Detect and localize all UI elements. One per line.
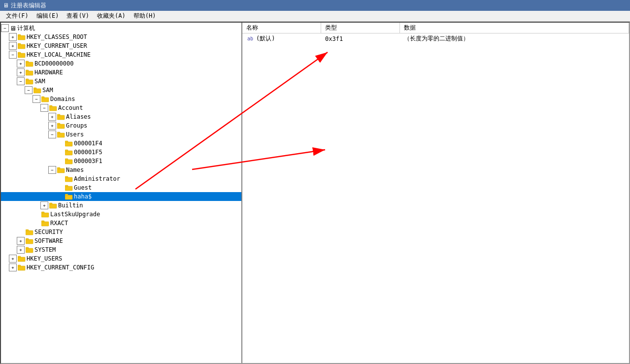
- node-label-hkcu: HKEY_CURRENT_USER: [27, 42, 87, 49]
- expand-placeholder: [56, 193, 64, 200]
- tree-node-hklm[interactable]: − HKEY_LOCAL_MACHINE: [1, 50, 241, 59]
- folder-icon: [18, 264, 26, 271]
- menu-view[interactable]: 查看(V): [63, 11, 93, 21]
- expand-placeholder: [33, 219, 40, 227]
- tree-node-lastsku[interactable]: LastSkuUpgrade: [1, 210, 241, 219]
- expand-icon-groups[interactable]: +: [48, 122, 56, 130]
- tree-node-bcd[interactable]: + BCD00000000: [1, 59, 241, 68]
- tree-node-account[interactable]: − Account: [1, 103, 241, 112]
- svg-rect-0: [18, 35, 25, 40]
- tree-node-hkcu[interactable]: + HKEY_CURRENT_USER: [1, 41, 241, 50]
- tree-node-names[interactable]: − Names: [1, 165, 241, 174]
- tree-node-haha[interactable]: haha$: [1, 192, 241, 201]
- tree-node-u3[interactable]: 000003F1: [1, 157, 241, 165]
- node-label-groups: Groups: [66, 122, 87, 129]
- expand-icon-hklm[interactable]: −: [9, 51, 17, 59]
- expand-icon-hkcc[interactable]: +: [9, 264, 17, 271]
- tree-panel[interactable]: −🖥计算机+ HKEY_CLASSES_ROOT+ HKEY_CURRENT_U…: [1, 23, 242, 363]
- node-label-account: Account: [58, 104, 83, 111]
- svg-rect-5: [18, 52, 21, 54]
- tree-node-domains[interactable]: − Domains: [1, 95, 241, 103]
- tree-node-hkcr[interactable]: + HKEY_CLASSES_ROOT: [1, 33, 241, 41]
- svg-rect-19: [57, 114, 60, 116]
- node-label-hardware: HARDWARE: [34, 69, 63, 76]
- node-label-software: SOFTWARE: [34, 237, 63, 244]
- expand-icon-aliases[interactable]: +: [48, 113, 56, 121]
- svg-rect-10: [26, 80, 33, 84]
- folder-icon: [26, 60, 33, 67]
- expand-icon-hkcu[interactable]: +: [9, 42, 17, 50]
- tree-node-aliases[interactable]: + Aliases: [1, 112, 241, 121]
- svg-rect-43: [41, 221, 44, 222]
- menu-file[interactable]: 文件(F): [2, 11, 33, 21]
- expand-icon-sam2[interactable]: −: [25, 86, 33, 94]
- folder-icon: [57, 131, 65, 138]
- svg-rect-7: [26, 61, 29, 63]
- svg-rect-48: [26, 248, 33, 253]
- expand-icon-account[interactable]: −: [40, 104, 48, 112]
- folder-icon: [65, 193, 73, 200]
- tree-node-sam[interactable]: − SAM: [1, 77, 241, 86]
- folder-icon: [65, 184, 73, 191]
- svg-rect-13: [33, 88, 36, 89]
- svg-rect-51: [18, 256, 21, 258]
- folder-icon: [26, 246, 33, 253]
- tree-node-hkcc[interactable]: + HKEY_CURRENT_CONFIG: [1, 263, 241, 272]
- node-label-domains: Domains: [50, 96, 75, 102]
- detail-name-cell: ab (默认): [242, 34, 321, 43]
- node-label-admin: Administrator: [74, 175, 120, 182]
- tree-node-u1[interactable]: 000001F4: [1, 139, 241, 148]
- expand-icon-builtin[interactable]: +: [40, 201, 48, 209]
- tree-node-software[interactable]: + SOFTWARE: [1, 236, 241, 245]
- tree-node-guest[interactable]: Guest: [1, 183, 241, 192]
- menu-favorites[interactable]: 收藏夹(A): [93, 11, 130, 21]
- tree-node-admin[interactable]: Administrator: [1, 174, 241, 183]
- node-label-guest: Guest: [74, 184, 92, 191]
- tree-node-sam2[interactable]: − SAM: [1, 86, 241, 95]
- expand-icon-bcd[interactable]: +: [17, 60, 25, 67]
- expand-placeholder: [56, 175, 64, 183]
- svg-rect-23: [57, 132, 60, 133]
- tree-node-system[interactable]: + SYSTEM: [1, 245, 241, 254]
- folder-icon: [49, 104, 57, 111]
- registry-icon: ab: [246, 35, 254, 42]
- svg-rect-30: [57, 168, 65, 173]
- tree-node-builtin[interactable]: + Builtin: [1, 201, 241, 210]
- tree-node-security[interactable]: SECURITY: [1, 228, 241, 236]
- expand-icon-computer[interactable]: −: [1, 24, 9, 32]
- expand-icon-system[interactable]: +: [17, 246, 25, 254]
- expand-icon-hkcr[interactable]: +: [9, 33, 17, 41]
- svg-rect-37: [65, 194, 68, 196]
- folder-icon: [26, 237, 33, 244]
- tree-node-u2[interactable]: 000001F5: [1, 148, 241, 157]
- expand-icon-hardware[interactable]: +: [17, 68, 25, 76]
- folder-icon: [26, 69, 33, 76]
- tree-node-users[interactable]: − Users: [1, 130, 241, 139]
- svg-rect-27: [65, 150, 68, 151]
- menu-edit[interactable]: 编辑(E): [33, 11, 63, 21]
- menu-help[interactable]: 帮助(H): [130, 11, 160, 21]
- detail-row-default[interactable]: ab (默认) 0x3f1 （长度为零的二进制值）: [242, 33, 629, 44]
- expand-icon-domains[interactable]: −: [33, 95, 40, 103]
- svg-rect-8: [26, 71, 33, 75]
- tree-node-computer[interactable]: −🖥计算机: [1, 24, 241, 33]
- svg-rect-52: [18, 266, 25, 270]
- tree-node-rxact[interactable]: RXACT: [1, 219, 241, 228]
- tree-node-hku[interactable]: + HKEY_USERS: [1, 254, 241, 263]
- svg-rect-12: [33, 89, 41, 93]
- svg-rect-17: [49, 105, 52, 107]
- tree-node-groups[interactable]: + Groups: [1, 121, 241, 130]
- expand-icon-software[interactable]: +: [17, 237, 25, 245]
- svg-rect-28: [65, 160, 72, 164]
- svg-rect-21: [57, 123, 60, 125]
- expand-icon-names[interactable]: −: [48, 166, 56, 174]
- expand-icon-users[interactable]: −: [48, 131, 56, 138]
- tree-node-hardware[interactable]: + HARDWARE: [1, 68, 241, 77]
- expand-placeholder: [17, 228, 25, 236]
- expand-icon-hku[interactable]: +: [9, 255, 17, 263]
- svg-rect-26: [65, 151, 72, 155]
- node-label-builtin: Builtin: [58, 202, 83, 209]
- svg-rect-40: [41, 213, 49, 217]
- expand-icon-sam[interactable]: −: [17, 77, 25, 85]
- col-type: 类型: [321, 23, 400, 33]
